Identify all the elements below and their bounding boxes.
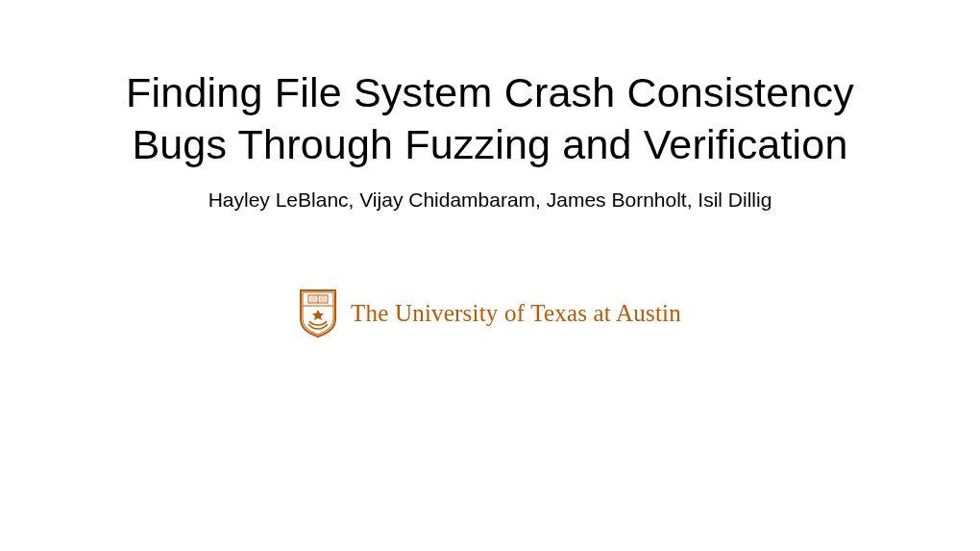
slide-title: Finding File System Crash Consistency Bu… (125, 67, 855, 171)
ut-shield-icon (299, 288, 337, 338)
university-logo: The University of Texas at Austin (299, 288, 681, 338)
university-name: The University of Texas at Austin (351, 300, 681, 327)
authors-line: Hayley LeBlanc, Vijay Chidambaram, James… (208, 188, 772, 212)
